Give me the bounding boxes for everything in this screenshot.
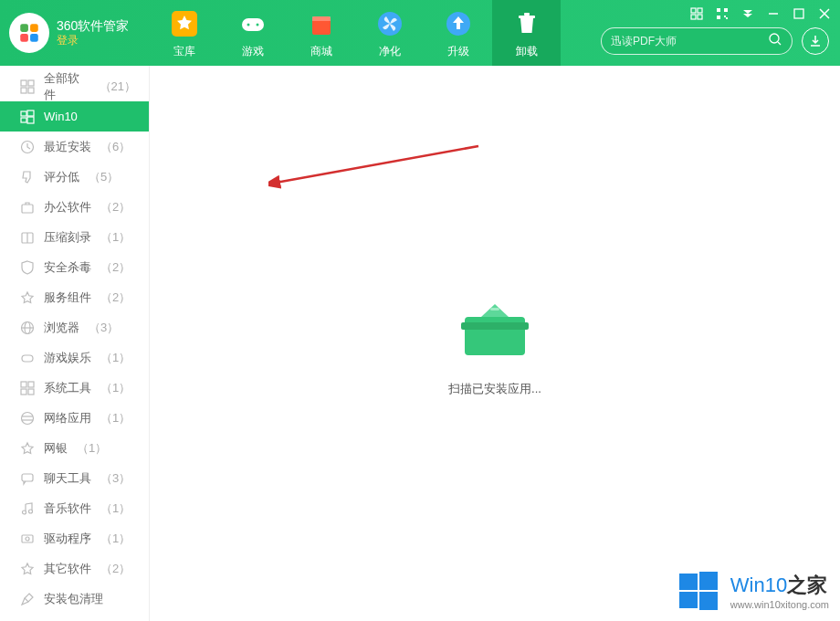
sidebar-item-label: 游戏娱乐 bbox=[44, 350, 91, 366]
trash-icon bbox=[510, 7, 543, 40]
sidebar-item-12[interactable]: 网银（1） bbox=[0, 433, 149, 463]
sidebar-item-label: Win10 bbox=[44, 110, 78, 123]
svg-rect-31 bbox=[21, 88, 26, 93]
sidebar-item-label: 压缩刻录 bbox=[44, 229, 91, 246]
sidebar-item-10[interactable]: 系统工具（1） bbox=[0, 373, 149, 403]
login-link[interactable]: 登录 bbox=[57, 34, 129, 47]
svg-point-10 bbox=[378, 12, 402, 36]
search-input[interactable] bbox=[611, 35, 768, 47]
download-button[interactable] bbox=[802, 27, 829, 55]
sidebar-item-count: （1） bbox=[100, 350, 131, 366]
grid-icon bbox=[20, 79, 35, 94]
svg-rect-3 bbox=[30, 34, 38, 42]
svg-rect-19 bbox=[724, 8, 728, 12]
sidebar-item-label: 网络应用 bbox=[44, 410, 91, 426]
chat-icon bbox=[20, 471, 35, 486]
watermark-url: www.win10xitong.com bbox=[730, 599, 829, 610]
sidebar-item-label: 全部软件 bbox=[44, 70, 90, 103]
close-icon[interactable] bbox=[816, 5, 833, 22]
svg-rect-9 bbox=[312, 16, 331, 21]
win-icon bbox=[20, 110, 35, 124]
sidebar-item-8[interactable]: 浏览器（3） bbox=[0, 312, 149, 342]
network-icon bbox=[20, 411, 35, 426]
shop-icon bbox=[305, 7, 338, 40]
grid-icon[interactable] bbox=[688, 5, 705, 22]
annotation-arrow bbox=[268, 142, 488, 197]
nav-label: 卸载 bbox=[516, 44, 538, 59]
fan-icon bbox=[373, 7, 406, 40]
app-logo bbox=[9, 13, 49, 53]
qr-icon[interactable] bbox=[714, 5, 730, 22]
sidebar-item-2[interactable]: 最近安装（6） bbox=[0, 132, 149, 162]
sidebar-item-0[interactable]: 全部软件（21） bbox=[0, 71, 149, 101]
broom-icon bbox=[20, 592, 35, 606]
sidebar-item-11[interactable]: 网络应用（1） bbox=[0, 403, 149, 433]
windows-logo-icon bbox=[676, 568, 721, 614]
nav-gamepad[interactable]: 游戏 bbox=[218, 0, 287, 66]
star-o-icon bbox=[20, 562, 35, 576]
svg-rect-32 bbox=[28, 88, 34, 93]
nav-shop[interactable]: 商城 bbox=[287, 0, 355, 66]
svg-rect-16 bbox=[691, 15, 696, 19]
sidebar-item-count: （2） bbox=[100, 199, 131, 216]
sidebar-item-15[interactable]: 驱动程序（1） bbox=[0, 523, 149, 553]
sidebar-item-5[interactable]: 压缩刻录（1） bbox=[0, 222, 149, 252]
sidebar-item-3[interactable]: 评分低（5） bbox=[0, 162, 149, 192]
game-icon bbox=[20, 351, 35, 365]
svg-line-57 bbox=[276, 146, 478, 183]
svg-rect-61 bbox=[679, 574, 698, 590]
sidebar-item-1[interactable]: Win10 bbox=[0, 101, 149, 132]
sidebar-item-count: （2） bbox=[100, 561, 131, 577]
svg-point-56 bbox=[26, 537, 29, 541]
sidebar-item-17[interactable]: 安装包清理 bbox=[0, 584, 149, 614]
svg-rect-13 bbox=[524, 13, 530, 16]
sidebar-item-count: （2） bbox=[100, 289, 131, 306]
sidebar-item-4[interactable]: 办公软件（2） bbox=[0, 192, 149, 222]
svg-rect-1 bbox=[30, 24, 38, 32]
sidebar-item-9[interactable]: 游戏娱乐（1） bbox=[0, 342, 149, 373]
sidebar-item-14[interactable]: 音乐软件（1） bbox=[0, 493, 149, 523]
sidebar-item-label: 浏览器 bbox=[44, 320, 79, 336]
watermark-brand2: 之家 bbox=[787, 574, 827, 596]
sidebar-item-count: （1） bbox=[100, 229, 131, 246]
nav-upgrade[interactable]: 升级 bbox=[424, 0, 492, 66]
svg-rect-62 bbox=[699, 572, 718, 590]
svg-rect-63 bbox=[679, 592, 698, 608]
watermark: Win10之家 www.win10xitong.com bbox=[676, 568, 829, 614]
star-o-icon bbox=[20, 290, 35, 305]
svg-rect-17 bbox=[698, 15, 702, 19]
minimize-icon[interactable] bbox=[765, 5, 782, 22]
driver-icon bbox=[20, 532, 35, 546]
search-icon[interactable] bbox=[768, 32, 782, 50]
music-icon bbox=[20, 501, 35, 516]
sidebar-item-13[interactable]: 聊天工具（3） bbox=[0, 463, 149, 493]
svg-rect-21 bbox=[724, 16, 726, 17]
svg-point-6 bbox=[247, 23, 249, 26]
sidebar-item-label: 最近安装 bbox=[44, 139, 91, 155]
svg-rect-33 bbox=[21, 111, 26, 116]
nav-trash[interactable]: 卸载 bbox=[492, 0, 561, 66]
dropdown-icon[interactable] bbox=[740, 5, 756, 22]
sidebar-item-count: （1） bbox=[100, 380, 131, 396]
svg-rect-12 bbox=[519, 16, 535, 18]
app-title: 360软件管家 bbox=[57, 18, 129, 34]
svg-rect-22 bbox=[726, 17, 728, 19]
svg-rect-36 bbox=[27, 117, 34, 123]
search-box[interactable] bbox=[601, 27, 793, 55]
archive-icon bbox=[20, 230, 35, 245]
sidebar-item-7[interactable]: 服务组件（2） bbox=[0, 282, 149, 312]
nav-label: 商城 bbox=[310, 44, 332, 59]
svg-rect-35 bbox=[21, 118, 26, 122]
sidebar-item-6[interactable]: 安全杀毒（2） bbox=[0, 252, 149, 282]
sidebar-item-16[interactable]: 其它软件（2） bbox=[0, 553, 149, 584]
nav-star[interactable]: 宝库 bbox=[150, 0, 218, 66]
nav-label: 宝库 bbox=[173, 44, 195, 59]
maximize-icon[interactable] bbox=[791, 5, 807, 22]
star-icon bbox=[168, 7, 201, 40]
svg-rect-64 bbox=[699, 592, 718, 610]
sidebar-item-label: 音乐软件 bbox=[44, 500, 91, 517]
thumbs-down-icon bbox=[20, 170, 35, 184]
tools-icon bbox=[20, 381, 35, 395]
upgrade-icon bbox=[442, 7, 475, 40]
nav-fan[interactable]: 净化 bbox=[355, 0, 424, 66]
